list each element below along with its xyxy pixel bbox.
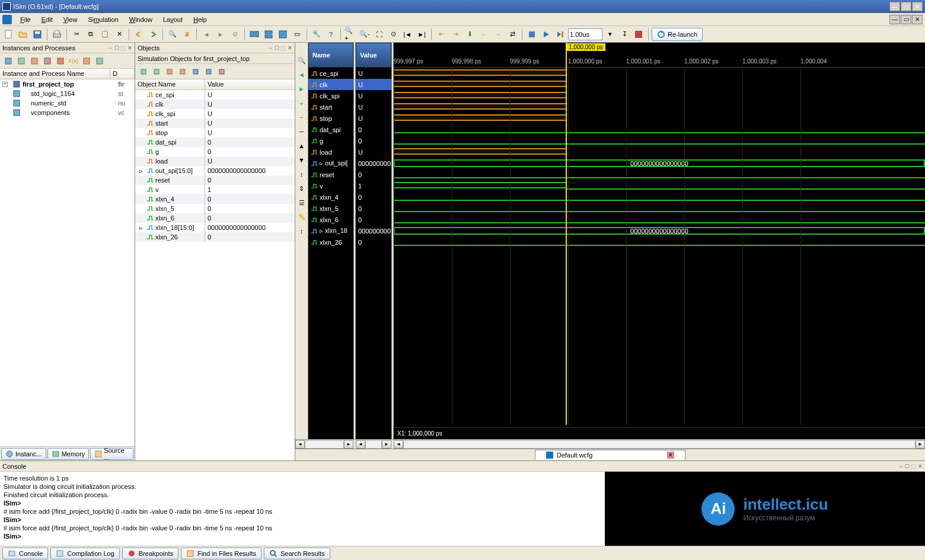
menu-window[interactable]: Window: [125, 15, 157, 24]
wave-lane[interactable]: [394, 214, 925, 225]
object-row[interactable]: clk_spi U: [135, 109, 295, 119]
paste-button[interactable]: 📋: [98, 28, 111, 41]
obj-tb-6[interactable]: [203, 66, 215, 78]
restart-button[interactable]: [525, 28, 538, 41]
instance-row[interactable]: numeric_std nu: [0, 98, 135, 108]
wave-lane[interactable]: [394, 169, 925, 180]
window-restore-button[interactable]: ▭: [291, 28, 304, 41]
console-tab[interactable]: Search Results: [264, 548, 330, 559]
inst-filter-1[interactable]: [2, 55, 14, 67]
zoom-fit-button[interactable]: ⛶: [372, 28, 385, 41]
obj-tb-4[interactable]: [177, 66, 189, 78]
object-row[interactable]: clk U: [135, 100, 295, 109]
object-row[interactable]: xlxn_26 0: [135, 232, 295, 242]
inst-filter-2[interactable]: [15, 55, 27, 67]
menu-view[interactable]: View: [59, 15, 82, 24]
run-time-dropdown[interactable]: ▾: [604, 28, 617, 41]
wave-signal-value[interactable]: 0: [356, 203, 391, 214]
mdi-minimize-button[interactable]: —: [889, 15, 900, 24]
wave-signal-name[interactable]: load: [308, 146, 353, 158]
menu-file[interactable]: File: [15, 15, 36, 24]
wave-lane[interactable]: [394, 68, 925, 79]
wave-lane[interactable]: [394, 101, 925, 113]
wave-signal-value[interactable]: 0: [356, 135, 391, 146]
minimize-button[interactable]: —: [889, 2, 900, 11]
relaunch-button[interactable]: Re-launch: [652, 28, 703, 41]
menu-layout[interactable]: Layout: [158, 15, 187, 24]
wave-signal-name[interactable]: dat_spi: [308, 124, 353, 135]
wave-signal-value[interactable]: 0: [356, 214, 391, 225]
wave-group-down-icon[interactable]: ▼: [296, 154, 308, 166]
wave-signal-name[interactable]: v: [308, 180, 353, 191]
console-tab[interactable]: Compilation Log: [50, 548, 120, 559]
object-row[interactable]: xlxn_6 0: [135, 213, 295, 223]
wave-signal-name[interactable]: clk: [308, 79, 353, 90]
wave-signal-value[interactable]: 000000000: [356, 158, 391, 169]
panel-controls[interactable]: ↔ ☐ ⬚ ✕: [898, 463, 923, 469]
wave-signal-value[interactable]: 1: [356, 180, 391, 191]
expand-icon[interactable]: −: [2, 82, 8, 87]
instance-row[interactable]: − first_project_top fir: [0, 79, 135, 89]
wave-signal-name[interactable]: stop: [308, 113, 353, 124]
wave-add-icon[interactable]: ＋: [296, 97, 308, 109]
inst-col-name[interactable]: Instance and Process Name: [0, 69, 110, 79]
step-button[interactable]: ↧: [618, 28, 631, 41]
wave-goto-prev-icon[interactable]: ◄: [296, 69, 308, 81]
wave-h-scrollbar[interactable]: ◄► ◄► ◄►: [295, 439, 925, 449]
wave-range-icon[interactable]: ⇕: [296, 183, 308, 194]
run-all-button[interactable]: [540, 28, 553, 41]
panel-controls[interactable]: ↔ ☐ ⬚ ✕: [267, 45, 292, 51]
cursor-line[interactable]: [566, 43, 567, 425]
wave-divider-icon[interactable]: ─: [296, 126, 308, 137]
object-row[interactable]: ▹ xlxn_18[15:0] 0000000000000000: [135, 223, 295, 232]
object-row[interactable]: load U: [135, 156, 295, 166]
wave-signal-value[interactable]: 0: [356, 169, 391, 180]
wave-signal-name[interactable]: xlxn_26: [308, 236, 353, 248]
undo-button[interactable]: [132, 28, 145, 41]
wave-cursor-icon[interactable]: ↕: [296, 168, 308, 180]
wave-lane[interactable]: [394, 146, 925, 158]
wave-signal-name[interactable]: ce_spi: [308, 68, 353, 79]
inst-filter-7[interactable]: [94, 55, 106, 67]
next-marker-button[interactable]: →: [492, 28, 505, 41]
goto-time-0-button[interactable]: |◄: [401, 28, 414, 41]
panel-controls[interactable]: ↔ ☐ ⬚ ✕: [107, 45, 132, 51]
mdi-close-button[interactable]: ✕: [912, 15, 923, 24]
mdi-restore-button[interactable]: ▭: [901, 15, 911, 24]
stop-sim-button[interactable]: ⊘: [228, 28, 241, 41]
obj-col-name[interactable]: Object Name: [135, 79, 205, 89]
obj-tb-5[interactable]: [190, 66, 202, 78]
zoom-in-button[interactable]: 🔍+: [344, 28, 357, 41]
redo-button[interactable]: [146, 28, 160, 41]
object-row[interactable]: xlxn_5 0: [135, 204, 295, 213]
object-row[interactable]: stop U: [135, 128, 295, 137]
object-row[interactable]: ▹ out_spi[15:0] 0000000000000000: [135, 166, 295, 175]
zoom-cursor-button[interactable]: ⊙: [387, 28, 400, 41]
break-button[interactable]: [632, 28, 645, 41]
wave-lane[interactable]: [394, 191, 925, 203]
instance-row[interactable]: std_logic_1164 st: [0, 89, 135, 98]
save-button[interactable]: [31, 28, 44, 41]
wave-signal-name[interactable]: g: [308, 135, 353, 146]
window-tile-v-button[interactable]: [276, 28, 289, 41]
window-cascade-button[interactable]: [248, 28, 261, 41]
prev-transition-button[interactable]: ⇤: [435, 28, 448, 41]
inst-filter-5[interactable]: [55, 55, 66, 67]
run-for-button[interactable]: [554, 28, 567, 41]
goto-next-button[interactable]: ►: [214, 28, 227, 41]
wave-lane[interactable]: 0000000000000000: [394, 158, 925, 169]
open-button[interactable]: [17, 28, 30, 41]
console-tab[interactable]: Breakpoints: [122, 548, 178, 559]
wave-signal-name[interactable]: ▹ out_spi[: [308, 158, 353, 169]
obj-col-value[interactable]: Value: [205, 79, 295, 89]
goto-prev-button[interactable]: ◄: [200, 28, 213, 41]
console-tab[interactable]: Console: [2, 548, 48, 559]
object-row[interactable]: v 1: [135, 185, 295, 194]
prev-marker-button[interactable]: ←: [477, 28, 490, 41]
wave-signal-value[interactable]: 0: [356, 191, 391, 203]
obj-tb-2[interactable]: [151, 66, 162, 78]
inst-filter-6[interactable]: [81, 55, 92, 67]
wave-remove-icon[interactable]: −: [296, 111, 308, 123]
object-row[interactable]: g 0: [135, 147, 295, 156]
wave-signal-value[interactable]: U: [356, 101, 391, 113]
